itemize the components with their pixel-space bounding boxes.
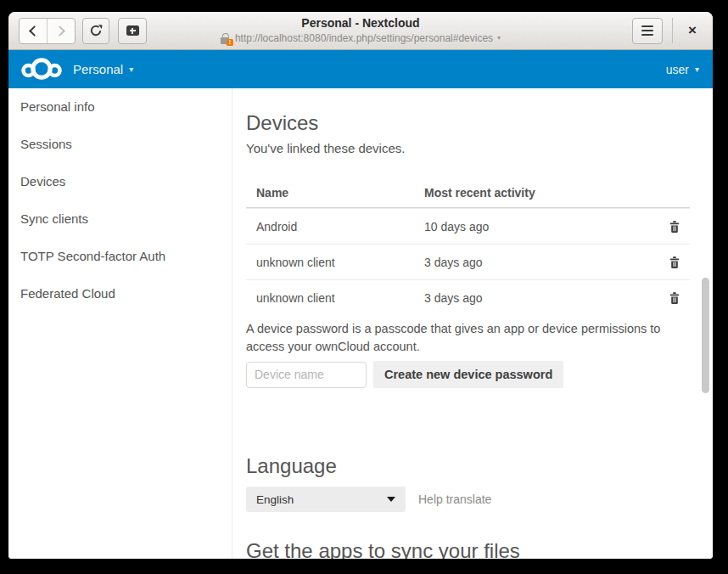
language-heading: Language [246, 454, 713, 478]
forward-button[interactable] [47, 19, 75, 43]
settings-sidebar: Personal info Sessions Devices Sync clie… [8, 88, 232, 559]
apps-heading: Get the apps to sync your files [246, 539, 713, 559]
language-selected-value: English [256, 493, 294, 506]
table-row: Android 10 days ago [246, 208, 690, 244]
delete-device-button[interactable] [666, 290, 683, 307]
browser-window: Personal - Nextcloud ! http://localhost:… [8, 12, 713, 559]
device-activity: 3 days ago [424, 291, 656, 305]
language-row: English Help translate [246, 487, 713, 512]
devices-table-header: Name Most recent activity [246, 177, 690, 208]
back-icon [29, 25, 40, 37]
sidebar-item-sync-clients[interactable]: Sync clients [8, 200, 232, 238]
app-menu-caret-icon: ▾ [129, 65, 133, 74]
delete-device-button[interactable] [666, 218, 683, 235]
table-row: unknown client 3 days ago [246, 279, 690, 315]
select-caret-icon [387, 497, 395, 502]
create-device-password-button[interactable]: Create new device password [373, 361, 563, 388]
user-menu-caret-icon: ▾ [695, 65, 699, 74]
sidebar-item-devices[interactable]: Devices [8, 163, 232, 200]
titlebar-right: × [632, 18, 703, 44]
scrollbar-thumb[interactable] [702, 278, 709, 393]
url-text: http://localhost:8080/index.php/settings… [235, 31, 493, 45]
device-activity: 10 days ago [424, 220, 656, 234]
device-password-form: Create new device password [246, 361, 713, 388]
column-header-activity: Most recent activity [424, 186, 656, 200]
app-menu-label: Personal [73, 62, 123, 76]
app-body: Personal info Sessions Devices Sync clie… [8, 88, 713, 559]
device-activity: 3 days ago [424, 256, 656, 269]
new-tab-icon [126, 25, 139, 36]
table-row: unknown client 3 days ago [246, 244, 690, 279]
nav-button-group [19, 18, 76, 44]
sidebar-item-totp[interactable]: TOTP Second-factor Auth [8, 238, 232, 275]
help-translate-link[interactable]: Help translate [418, 492, 491, 506]
menu-button[interactable] [632, 18, 663, 44]
titlebar-separator [672, 18, 673, 43]
sidebar-item-personal-info[interactable]: Personal info [8, 88, 232, 126]
new-tab-button[interactable] [118, 18, 147, 44]
sidebar-item-federated-cloud[interactable]: Federated Cloud [8, 275, 232, 312]
device-name: unknown client [246, 256, 424, 269]
device-password-hint: A device password is a passcode that giv… [246, 320, 670, 356]
device-name: unknown client [246, 291, 424, 305]
column-header-name: Name [246, 186, 424, 200]
nextcloud-header: Personal ▾ user ▾ [8, 50, 713, 88]
delete-device-button[interactable] [666, 254, 683, 271]
trash-icon [668, 220, 681, 234]
titlebar-center: Personal - Nextcloud ! http://localhost:… [221, 15, 501, 45]
user-menu[interactable]: user ▾ [666, 63, 699, 76]
trash-icon [668, 256, 681, 269]
page-title: Personal - Nextcloud [221, 15, 501, 31]
devices-subtitle: You've linked these devices. [246, 140, 713, 157]
app-menu[interactable]: Personal ▾ [73, 62, 133, 76]
refresh-button[interactable] [82, 18, 109, 44]
devices-heading: Devices [246, 111, 713, 135]
back-button[interactable] [20, 19, 47, 43]
url-bar[interactable]: ! http://localhost:8080/index.php/settin… [221, 31, 501, 45]
sidebar-item-sessions[interactable]: Sessions [8, 126, 232, 163]
close-button[interactable]: × [682, 20, 703, 41]
language-select[interactable]: English [246, 487, 406, 512]
settings-main: Devices You've linked these devices. Nam… [232, 88, 713, 559]
browser-titlebar: Personal - Nextcloud ! http://localhost:… [8, 12, 713, 50]
device-name-input[interactable] [246, 362, 367, 388]
device-name: Android [246, 220, 424, 234]
user-menu-label: user [666, 63, 689, 76]
trash-icon [668, 291, 681, 305]
nextcloud-logo[interactable] [20, 56, 63, 82]
refresh-icon [89, 24, 103, 37]
devices-table: Name Most recent activity Android 10 day… [246, 177, 690, 315]
forward-icon [54, 25, 65, 37]
hamburger-icon [641, 25, 653, 36]
url-dropdown-icon[interactable]: ▾ [497, 31, 501, 45]
lock-warning-icon: ! [221, 33, 231, 44]
